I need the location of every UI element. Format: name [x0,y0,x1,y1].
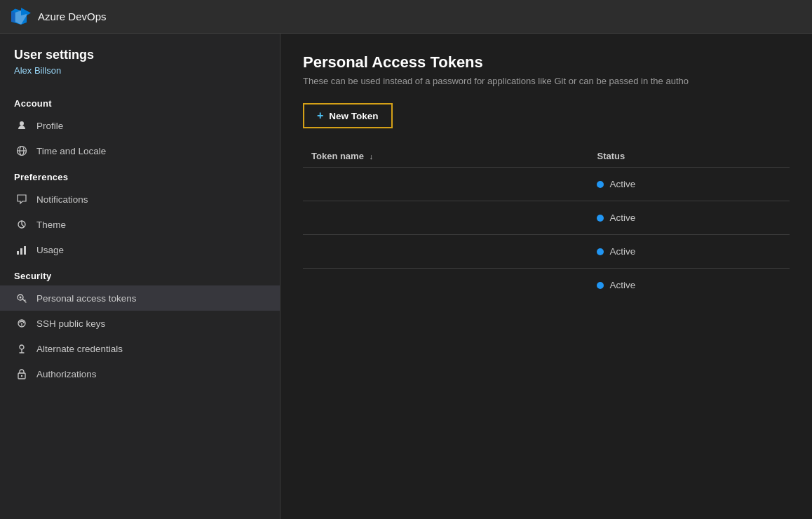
column-status-label: Status [597,151,625,161]
credentials-icon [15,342,28,355]
svg-rect-4 [17,251,19,255]
sidebar-item-usage[interactable]: Usage [0,237,280,262]
sidebar-item-ssh-public-keys-label: SSH public keys [36,318,105,329]
token-status-cell: Active [588,235,790,269]
sidebar-item-personal-access-tokens-label: Personal access tokens [36,293,137,304]
topbar-title: Azure DevOps [38,11,107,22]
sidebar-item-profile-label: Profile [36,121,63,131]
sidebar-item-theme-label: Theme [36,220,66,230]
sidebar-item-usage-label: Usage [36,245,64,255]
status-text: Active [609,280,635,290]
sort-down-icon: ↓ [370,152,374,161]
sidebar-item-notifications-label: Notifications [36,194,88,205]
main-content: Personal Access Tokens These can be used… [280,34,812,519]
table-row: Active [303,269,790,302]
new-token-button-label: New Token [329,111,378,121]
sidebar-item-theme[interactable]: Theme [0,212,280,237]
sidebar-section-account: Account [0,90,280,113]
token-name-cell [303,168,588,201]
svg-rect-5 [20,248,22,255]
azure-devops-logo-icon [11,7,31,27]
svg-point-8 [20,297,22,299]
sidebar-item-notifications[interactable]: Notifications [0,187,280,212]
globe-icon [15,144,28,157]
table-row: Active [303,235,790,269]
sidebar-title: User settings [14,48,266,62]
ssh-icon [15,317,28,330]
sidebar-item-time-locale-label: Time and Locale [36,146,106,156]
topbar-logo[interactable]: Azure DevOps [11,7,107,27]
svg-rect-6 [24,246,26,255]
new-token-button[interactable]: + New Token [303,103,393,128]
sidebar-item-personal-access-tokens[interactable]: Personal access tokens [0,285,280,311]
token-status-cell: Active [588,201,790,235]
page-layout: User settings Alex Billson Account Profi… [0,34,812,519]
page-title: Personal Access Tokens [303,53,790,72]
table-row: Active [303,201,790,235]
status-dot-icon [597,248,604,255]
token-status-cell: Active [588,168,790,201]
theme-icon [15,218,28,231]
token-name-cell [303,235,588,269]
sidebar-username: Alex Billson [14,65,266,76]
sidebar-item-authorizations[interactable]: Authorizations [0,361,280,386]
token-status-cell: Active [588,269,790,302]
lock-icon [15,368,28,380]
comment-icon [15,193,28,205]
page-description: These can be used instead of a password … [303,76,790,86]
chart-icon [15,243,28,256]
column-token-name-label: Token name [311,151,364,161]
svg-point-10 [20,345,24,349]
plus-icon: + [317,109,323,122]
status-dot-icon [597,181,604,188]
person-icon [15,119,28,132]
sidebar-item-ssh-public-keys[interactable]: SSH public keys [0,311,280,336]
column-header-token-name[interactable]: Token name ↓ [303,145,588,168]
token-name-cell [303,269,588,302]
sidebar-header: User settings Alex Billson [0,34,280,90]
sidebar-section-preferences: Preferences [0,163,280,187]
token-name-cell [303,201,588,235]
svg-point-12 [21,375,22,377]
token-table: Token name ↓ Status Active [303,145,790,302]
sidebar-item-time-locale[interactable]: Time and Locale [0,138,280,163]
key-icon [15,292,28,304]
status-dot-icon [597,215,604,222]
status-text: Active [609,179,635,189]
column-header-status: Status [588,145,790,168]
table-header-row: Token name ↓ Status [303,145,790,168]
sidebar-item-alternate-credentials[interactable]: Alternate credentials [0,336,280,361]
table-row: Active [303,168,790,201]
sidebar-item-alternate-credentials-label: Alternate credentials [36,344,123,354]
sidebar: User settings Alex Billson Account Profi… [0,34,280,519]
sidebar-item-profile[interactable]: Profile [0,113,280,138]
sidebar-item-authorizations-label: Authorizations [36,369,97,379]
status-text: Active [609,246,635,257]
topbar: Azure DevOps [0,0,812,34]
status-dot-icon [597,282,604,289]
status-text: Active [609,213,635,223]
sidebar-section-security: Security [0,262,280,285]
